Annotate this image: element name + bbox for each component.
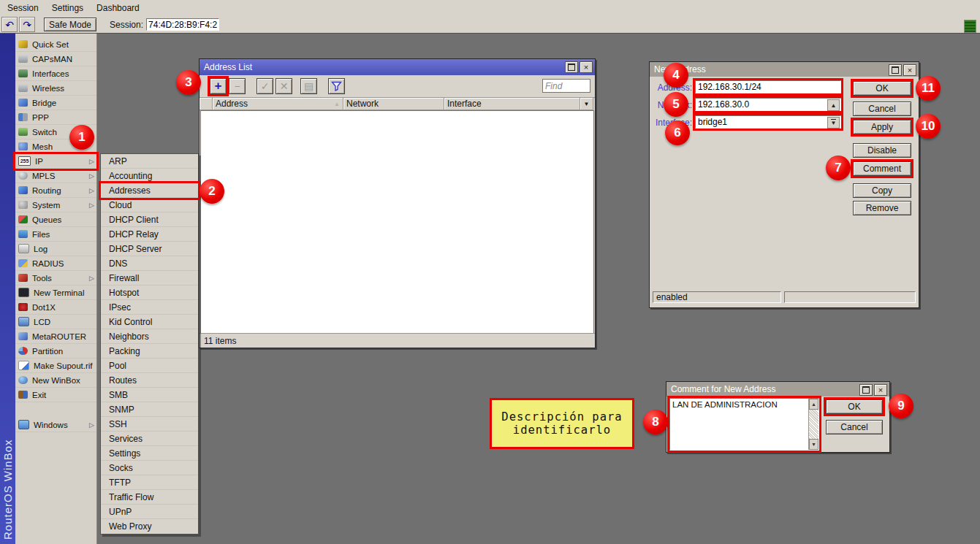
close-button[interactable]: ×	[580, 61, 593, 73]
submenu-item-web-proxy[interactable]: Web Proxy	[101, 519, 198, 534]
close-button[interactable]: ×	[874, 384, 887, 396]
disable-button[interactable]: Disable	[853, 143, 911, 158]
submenu-item-addresses[interactable]: Addresses	[101, 183, 198, 198]
comment-textarea[interactable]: LAN DE ADMINISTRACION ▲ ▼	[669, 398, 819, 451]
submenu-item-dhcp-server[interactable]: DHCP Server	[101, 242, 198, 256]
menu-dashboard[interactable]: Dashboard	[92, 1, 147, 15]
submenu-item-kid-control[interactable]: Kid Control	[101, 315, 198, 329]
address-field[interactable]	[695, 80, 841, 93]
submenu-item-dns[interactable]: DNS	[101, 256, 198, 271]
dropdown-button[interactable]: ▼	[827, 117, 840, 129]
submenu-item-snmp[interactable]: SNMP	[101, 402, 198, 417]
remove-button[interactable]: −	[229, 78, 246, 94]
spinner-up-button[interactable]: ▲	[827, 99, 840, 111]
sidebar-item-interfaces[interactable]: Interfaces	[15, 66, 96, 81]
sidebar-item-lcd[interactable]: LCD	[15, 315, 96, 329]
sidebar-item-bridge[interactable]: Bridge	[15, 96, 96, 110]
disable-button[interactable]: ✕	[276, 78, 292, 94]
interface-input[interactable]	[696, 116, 840, 128]
submenu-item-ipsec[interactable]: IPsec	[101, 300, 198, 315]
submenu-item-dhcp-relay[interactable]: DHCP Relay	[101, 227, 198, 242]
ok-button[interactable]: OK	[853, 81, 911, 96]
sidebar-item-log[interactable]: Log	[15, 242, 96, 256]
menu-session[interactable]: Session	[3, 1, 46, 15]
sidebar-item-tools[interactable]: Tools▷	[15, 271, 96, 286]
cancel-button[interactable]: Cancel	[853, 101, 911, 116]
sidebar-item-windows[interactable]: Windows▷	[15, 418, 96, 432]
submenu-item-cloud[interactable]: Cloud	[101, 198, 198, 212]
submenu-item-arp[interactable]: ARP	[101, 154, 198, 169]
submenu-item-neighbors[interactable]: Neighbors	[101, 329, 198, 344]
scroll-up-button[interactable]: ▲	[809, 399, 818, 410]
sidebar-item-mpls[interactable]: MPLS▷	[15, 169, 96, 183]
submenu-item-socks[interactable]: Socks	[101, 461, 198, 475]
sidebar-item-make-supout[interactable]: Make Supout.rif	[15, 359, 96, 373]
maximize-button[interactable]	[565, 61, 578, 73]
remove-button[interactable]: Remove	[853, 201, 911, 215]
scrollbar[interactable]: ▲ ▼	[808, 399, 818, 450]
comment-cancel-button[interactable]: Cancel	[826, 420, 883, 434]
new-address-titlebar[interactable]: New Address ×	[650, 62, 919, 77]
address-input[interactable]	[696, 81, 840, 93]
menu-settings[interactable]: Settings	[48, 1, 91, 15]
filter-button[interactable]	[328, 78, 345, 94]
submenu-item-services[interactable]: Services	[101, 432, 198, 446]
comment-button-toolbar[interactable]: ▤	[300, 78, 317, 94]
comment-titlebar[interactable]: Comment for New Address ×	[666, 382, 889, 396]
sidebar-item-new-winbox[interactable]: New WinBox	[15, 373, 96, 388]
close-button[interactable]: ×	[903, 64, 916, 76]
sidebar-item-partition[interactable]: Partition	[15, 344, 96, 359]
column-dropdown-button[interactable]: ▼	[580, 98, 593, 110]
submenu-item-hotspot[interactable]: Hotspot	[101, 286, 198, 300]
submenu-item-firewall[interactable]: Firewall	[101, 271, 198, 286]
sidebar-item-routing[interactable]: Routing▷	[15, 183, 96, 198]
safe-mode-button[interactable]: Safe Mode	[44, 18, 96, 31]
sidebar-item-capsman[interactable]: CAPsMAN	[15, 52, 96, 66]
column-header-network[interactable]: Network	[343, 98, 444, 110]
sidebar-item-ppp[interactable]: PPP	[15, 110, 96, 125]
interface-field[interactable]: ▼	[695, 115, 841, 129]
submenu-item-upnp[interactable]: UPnP	[101, 505, 198, 519]
sidebar-item-wireless[interactable]: Wireless	[15, 81, 96, 96]
submenu-item-traffic-flow[interactable]: Traffic Flow	[101, 490, 198, 505]
sidebar-item-queues[interactable]: Queues	[15, 212, 96, 227]
network-input[interactable]	[696, 99, 840, 110]
submenu-item-routes[interactable]: Routes	[101, 373, 198, 388]
submenu-item-settings[interactable]: Settings	[101, 446, 198, 461]
submenu-item-accounting[interactable]: Accounting	[101, 169, 198, 183]
find-input[interactable]	[542, 79, 590, 93]
redo-button[interactable]: ↷	[19, 17, 35, 32]
sidebar-item-metarouter[interactable]: MetaROUTER	[15, 329, 96, 344]
submenu-item-dhcp-client[interactable]: DHCP Client	[101, 212, 198, 227]
column-header-address[interactable]: Address▲	[213, 98, 343, 110]
comment-button[interactable]: Comment	[853, 161, 911, 176]
add-button[interactable]: +	[210, 78, 227, 94]
maximize-button[interactable]	[889, 64, 902, 76]
scroll-down-button[interactable]: ▼	[809, 439, 818, 450]
comment-ok-button[interactable]: OK	[826, 399, 883, 414]
column-header-flags[interactable]	[200, 98, 213, 110]
copy-button[interactable]: Copy	[853, 183, 911, 198]
address-list-titlebar[interactable]: Address List ×	[200, 59, 595, 75]
apply-button[interactable]: Apply	[853, 120, 911, 134]
network-field[interactable]: ▲	[695, 98, 841, 111]
comment-text[interactable]: LAN DE ADMINISTRACION	[670, 399, 808, 450]
submenu-item-smb[interactable]: SMB	[101, 388, 198, 402]
sidebar-item-system[interactable]: System▷	[15, 198, 96, 212]
sidebar-item-radius[interactable]: RADIUS	[15, 256, 96, 271]
submenu-item-packing[interactable]: Packing	[101, 344, 198, 359]
sidebar-item-dot1x[interactable]: Dot1X	[15, 300, 96, 315]
sidebar-item-files[interactable]: Files	[15, 227, 96, 242]
maximize-button[interactable]	[859, 384, 873, 396]
submenu-item-ssh[interactable]: SSH	[101, 417, 198, 432]
session-input[interactable]	[146, 18, 219, 31]
sidebar-item-quick-set[interactable]: Quick Set	[15, 37, 96, 52]
column-header-interface[interactable]: Interface	[444, 98, 580, 110]
sidebar-item-ip[interactable]: 255IP▷	[15, 154, 96, 169]
enable-button[interactable]: ✓	[257, 78, 273, 94]
submenu-item-pool[interactable]: Pool	[101, 359, 198, 373]
sidebar-item-new-terminal[interactable]: New Terminal	[15, 286, 96, 300]
submenu-item-tftp[interactable]: TFTP	[101, 475, 198, 490]
sidebar-item-exit[interactable]: Exit	[15, 388, 96, 402]
undo-button[interactable]: ↶	[1, 17, 18, 32]
